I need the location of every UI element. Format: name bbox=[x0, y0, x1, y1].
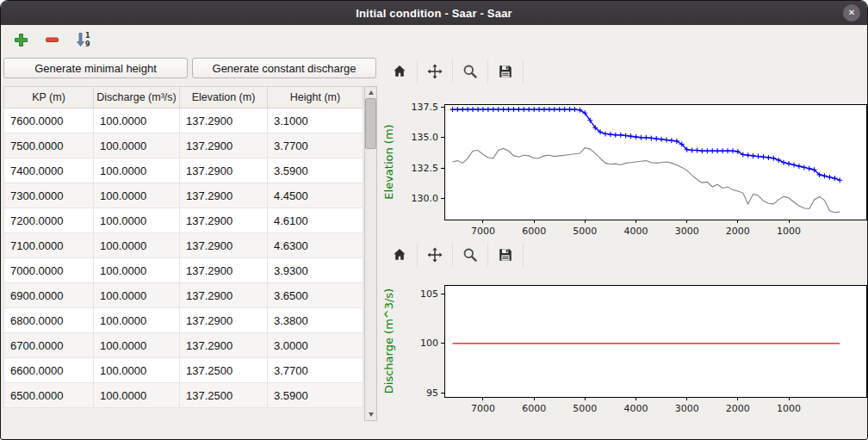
close-button[interactable]: ✕ bbox=[843, 4, 860, 22]
table-cell[interactable]: 137.2900 bbox=[180, 333, 268, 358]
table-cell[interactable]: 3.7700 bbox=[268, 133, 363, 158]
generate-minimal-height-button[interactable]: Generate minimal height bbox=[3, 58, 188, 78]
table-cell[interactable]: 100.0000 bbox=[94, 258, 180, 283]
table-cell[interactable]: 137.2900 bbox=[180, 258, 268, 283]
table-cell[interactable]: 137.2900 bbox=[180, 133, 268, 158]
scrollbar-thumb[interactable] bbox=[365, 98, 376, 149]
table-cell[interactable]: 100.0000 bbox=[94, 133, 180, 158]
table-cell[interactable]: 6900.0000 bbox=[4, 283, 94, 308]
svg-text:95: 95 bbox=[426, 387, 438, 399]
table-cell[interactable]: 4.4500 bbox=[268, 183, 363, 208]
table-cell[interactable]: 137.2900 bbox=[180, 183, 268, 208]
sort-rows-button[interactable]: 1 9 bbox=[71, 28, 94, 51]
magnifier-icon bbox=[462, 246, 479, 263]
add-row-button[interactable] bbox=[9, 28, 32, 51]
table-cell[interactable]: 6500.0000 bbox=[4, 383, 94, 408]
table-row: 7200.0000100.0000137.29004.6100 bbox=[4, 208, 363, 233]
titlebar[interactable]: Initial condition - Saar - Saar ✕ bbox=[1, 1, 867, 25]
sort-numeric-icon: 1 9 bbox=[74, 31, 91, 48]
discharge-chart[interactable]: 700060005000400030002000100010510095Disc… bbox=[381, 270, 868, 414]
table-cell[interactable]: 100.0000 bbox=[94, 158, 180, 183]
table-cell[interactable]: 137.2900 bbox=[180, 233, 268, 258]
table-row: 6700.0000100.0000137.29003.0000 bbox=[4, 333, 363, 358]
table-cell[interactable]: 6700.0000 bbox=[4, 333, 94, 358]
table-cell[interactable]: 137.2900 bbox=[180, 208, 268, 233]
table-cell[interactable]: 100.0000 bbox=[94, 358, 180, 383]
table-cell[interactable]: 3.5900 bbox=[268, 383, 363, 408]
discharge-plot-toolbar bbox=[381, 240, 865, 270]
column-header-height[interactable]: Height (m) bbox=[268, 87, 363, 108]
column-header-discharge[interactable]: Discharge (m³/s) bbox=[94, 87, 180, 108]
table-cell[interactable]: 100.0000 bbox=[94, 233, 180, 258]
table-row: 7400.0000100.0000137.29003.5900 bbox=[4, 158, 363, 183]
table-cell[interactable]: 100.0000 bbox=[94, 208, 180, 233]
table-cell[interactable]: 3.5900 bbox=[268, 158, 363, 183]
table-cell[interactable]: 100.0000 bbox=[94, 183, 180, 208]
svg-text:3000: 3000 bbox=[675, 403, 699, 414]
table-cell[interactable]: 137.2500 bbox=[180, 358, 268, 383]
table-scrollbar[interactable] bbox=[364, 86, 377, 421]
generate-constant-discharge-button[interactable]: Generate constant discharge bbox=[192, 58, 376, 78]
window-title: Initial condition - Saar - Saar bbox=[356, 7, 512, 20]
sort-digit-bottom: 9 bbox=[85, 40, 90, 48]
table-cell[interactable]: 100.0000 bbox=[94, 108, 180, 133]
elevation-chart[interactable]: 7000600050004000300020001000137.5135.013… bbox=[381, 85, 868, 240]
table-cell[interactable]: 7100.0000 bbox=[4, 233, 94, 258]
svg-text:5000: 5000 bbox=[573, 403, 597, 414]
elevation-save-button[interactable] bbox=[488, 59, 524, 84]
elevation-pan-button[interactable] bbox=[418, 59, 453, 84]
svg-text:137.5: 137.5 bbox=[412, 102, 439, 113]
table-cell[interactable]: 3.6500 bbox=[268, 283, 363, 308]
discharge-save-button[interactable] bbox=[488, 243, 524, 267]
table-cell[interactable]: 4.6300 bbox=[268, 233, 363, 258]
table-cell[interactable]: 7000.0000 bbox=[4, 258, 94, 283]
table-cell[interactable]: 6800.0000 bbox=[4, 308, 94, 333]
table-cell[interactable]: 137.2900 bbox=[180, 158, 268, 183]
table-cell[interactable]: 137.2900 bbox=[180, 308, 268, 333]
left-panel: Generate minimal height Generate constan… bbox=[3, 58, 376, 421]
table-cell[interactable]: 3.0000 bbox=[268, 333, 363, 358]
svg-text:7000: 7000 bbox=[471, 403, 495, 414]
column-header-elevation[interactable]: Elevation (m) bbox=[180, 87, 268, 108]
sort-digit-top: 1 bbox=[85, 32, 90, 40]
scroll-down-arrow[interactable] bbox=[365, 409, 376, 420]
close-icon: ✕ bbox=[848, 9, 855, 17]
main-toolbar: 1 9 bbox=[1, 25, 867, 54]
table-cell[interactable]: 7600.0000 bbox=[4, 108, 94, 133]
table-cell[interactable]: 3.9300 bbox=[268, 258, 363, 283]
table-cell[interactable]: 137.2900 bbox=[180, 283, 268, 308]
table-body: 7600.0000100.0000137.29003.10007500.0000… bbox=[4, 108, 363, 408]
table-cell[interactable]: 7400.0000 bbox=[4, 158, 94, 183]
table-cell[interactable]: 7300.0000 bbox=[4, 183, 94, 208]
home-icon bbox=[391, 63, 408, 80]
table-cell[interactable]: 4.6100 bbox=[268, 208, 363, 233]
table-cell[interactable]: 100.0000 bbox=[94, 308, 180, 333]
column-header-kp[interactable]: KP (m) bbox=[4, 87, 94, 108]
table-cell[interactable]: 7200.0000 bbox=[4, 208, 94, 233]
table-cell[interactable]: 6600.0000 bbox=[4, 358, 94, 383]
elevation-home-button[interactable] bbox=[382, 59, 418, 84]
save-icon bbox=[497, 63, 514, 80]
table-cell[interactable]: 3.7700 bbox=[268, 358, 363, 383]
svg-text:Discharge (m^3/s): Discharge (m^3/s) bbox=[382, 288, 395, 394]
svg-text:5000: 5000 bbox=[573, 226, 597, 237]
table-cell[interactable]: 3.1000 bbox=[268, 108, 363, 133]
remove-row-button[interactable] bbox=[40, 28, 63, 51]
discharge-pan-button[interactable] bbox=[418, 243, 453, 267]
table-cell[interactable]: 3.3800 bbox=[268, 308, 363, 333]
elevation-zoom-button[interactable] bbox=[453, 59, 488, 84]
plus-icon bbox=[14, 33, 28, 47]
table-row: 7500.0000100.0000137.29003.7700 bbox=[4, 133, 363, 158]
scroll-up-arrow[interactable] bbox=[365, 87, 376, 98]
discharge-zoom-button[interactable] bbox=[453, 243, 488, 267]
svg-text:Elevation (m): Elevation (m) bbox=[382, 124, 395, 199]
up-triangle-icon bbox=[369, 90, 374, 95]
table-cell[interactable]: 100.0000 bbox=[94, 383, 180, 408]
svg-text:3000: 3000 bbox=[675, 226, 699, 237]
table-cell[interactable]: 7500.0000 bbox=[4, 133, 94, 158]
table-cell[interactable]: 137.2900 bbox=[180, 108, 268, 133]
table-cell[interactable]: 100.0000 bbox=[94, 283, 180, 308]
table-cell[interactable]: 137.2500 bbox=[180, 383, 268, 408]
discharge-home-button[interactable] bbox=[382, 243, 418, 267]
table-cell[interactable]: 100.0000 bbox=[94, 333, 180, 358]
